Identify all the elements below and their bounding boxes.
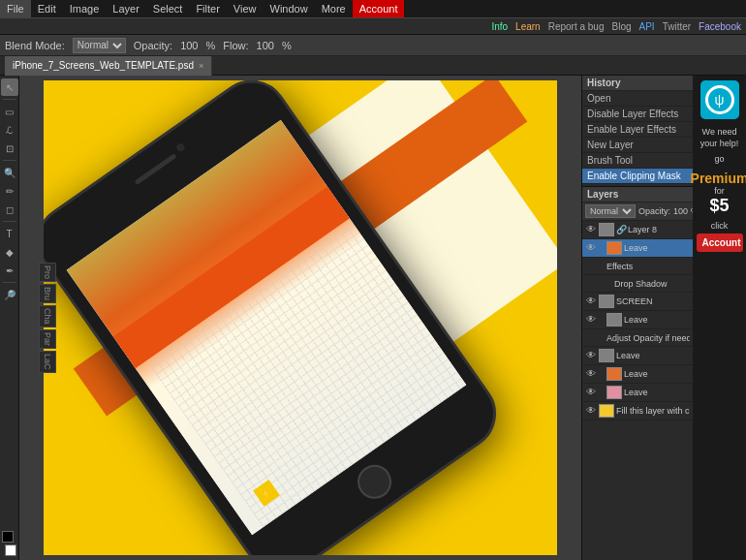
layers-panel-header: Layers [582, 187, 693, 202]
layer-name-leave1: Leave [624, 243, 690, 253]
tool-eyedropper[interactable]: 🔍 [1, 164, 18, 181]
tool-pen[interactable]: ✒ [1, 262, 18, 279]
menu-filter[interactable]: Filter [189, 0, 226, 17]
menu-edit[interactable]: Edit [31, 0, 63, 17]
menu-image[interactable]: Image [63, 0, 107, 17]
layer-thumb-screen [599, 295, 614, 308]
history-item-brush[interactable]: Brush Tool [582, 153, 693, 169]
menu-account[interactable]: Account [353, 0, 405, 17]
menu-select[interactable]: Select [146, 0, 190, 17]
layer-row-adjustopacity[interactable]: Adjust Opacity if needed [582, 329, 693, 347]
layer-visibility-layer8[interactable]: 👁 [585, 224, 597, 235]
tool-separator-2 [3, 160, 16, 161]
tool-crop[interactable]: ⊡ [1, 140, 18, 157]
layers-blend-mode[interactable]: Normal [585, 204, 636, 218]
layer-thumb-leave3 [599, 349, 614, 362]
link-twitter[interactable]: Twitter [663, 21, 691, 32]
layer-visibility-leave2[interactable]: 👁 [585, 314, 597, 326]
layer-row-dropshadow[interactable]: Drop Shadow [582, 275, 693, 293]
foreground-color[interactable] [2, 531, 14, 543]
layer-visibility-leave4[interactable]: 👁 [585, 368, 597, 380]
ad-go: go [714, 154, 724, 166]
layer-row-layer8[interactable]: 👁 🔗 Layer 8 [582, 221, 693, 239]
layers-panel: Layers Normal Opacity: 100 % 👁 🔗 Layer 8… [582, 187, 693, 560]
layer-visibility-leave3[interactable]: 👁 [585, 350, 597, 361]
lac-panel: LaC [39, 351, 56, 373]
cha-panel: Cha [39, 305, 56, 327]
layer-visibility-leave5[interactable]: 👁 [585, 387, 597, 398]
blend-mode-select[interactable]: Normal [73, 38, 126, 53]
phone-speaker [135, 153, 177, 185]
link-info[interactable]: Info [491, 21, 508, 32]
layer-name-leave4: Leave [624, 369, 690, 379]
layer-thumb-leave2 [606, 313, 622, 327]
layer-name-leave5: Leave [624, 388, 690, 397]
menu-view[interactable]: View [227, 0, 264, 17]
layer-name-filllayer: Fill this layer with colour [616, 406, 690, 416]
layer-row-effects1[interactable]: Effects [582, 258, 693, 275]
layer-thumb-leave5 [606, 386, 622, 399]
link-api[interactable]: API [639, 21, 655, 32]
phone-home-button [351, 458, 398, 506]
layer-visibility-adjustopacity [585, 332, 597, 344]
menu-more[interactable]: More [315, 0, 353, 17]
link-bug[interactable]: Report a bug [548, 21, 605, 32]
tool-marquee[interactable]: ▭ [1, 103, 18, 120]
layer-thumb-leave1 [606, 241, 622, 255]
layer-row-leave2[interactable]: 👁 Leave [582, 311, 693, 329]
tool-move[interactable]: ↖ [1, 78, 18, 96]
layer-visibility-screen[interactable]: 👁 [585, 296, 597, 307]
layer-visibility-dropshadow [585, 278, 597, 290]
menu-layer[interactable]: Layer [106, 0, 146, 17]
par-panel: Par [39, 329, 56, 349]
canvas-area: ⚡ Pro Bru Cha Par LaC [19, 76, 581, 560]
ad-account-button[interactable]: Account [697, 233, 743, 252]
tool-lasso[interactable]: ℒ [1, 121, 18, 139]
history-item-new-layer[interactable]: New Layer [582, 138, 693, 153]
ad-panel: ψ We need your help! go Premium for $5 c… [693, 76, 746, 560]
link-blog[interactable]: Blog [611, 21, 631, 32]
layer-name-leave3: Leave [616, 351, 690, 360]
ad-premium: Premium [691, 171, 746, 186]
menu-bar: File Edit Image Layer Select Filter View… [0, 0, 746, 17]
ad-for: for [714, 186, 725, 196]
history-item-clipping-mask[interactable]: Enable Clipping Mask [582, 169, 693, 184]
opacity-value: 100 [180, 40, 198, 51]
layers-options: Normal Opacity: 100 % [582, 202, 693, 221]
tool-zoom[interactable]: 🔎 [1, 286, 18, 303]
layer-thumb-leave4 [606, 367, 622, 381]
tool-shape[interactable]: ◆ [1, 243, 18, 261]
document-tab[interactable]: iPhone_7_Screens_Web_TEMPLATE.psd × [5, 56, 212, 76]
layer-name-dropshadow: Drop Shadow [614, 279, 690, 289]
pro-panel: Pro [39, 263, 56, 282]
layer-row-leave4[interactable]: 👁 Leave [582, 365, 693, 384]
tool-brush[interactable]: ✏ [1, 182, 18, 200]
tool-separator-4 [3, 282, 16, 283]
layer-name-effects1: Effects [606, 262, 690, 271]
layer-row-leave5[interactable]: 👁 Leave [582, 384, 693, 402]
layer-visibility-leave1[interactable]: 👁 [585, 242, 597, 254]
background-color[interactable] [5, 544, 16, 556]
layer-row-leave1[interactable]: 👁 Leave [582, 239, 693, 258]
menu-file[interactable]: File [0, 0, 31, 17]
link-learn[interactable]: Learn [515, 21, 541, 32]
ps-logo-symbol: ψ [715, 92, 725, 108]
tool-type[interactable]: T [1, 225, 18, 242]
layer-row-leave3[interactable]: 👁 Leave [582, 347, 693, 365]
right-panels: History Open Disable Layer Effects Enabl… [581, 76, 693, 560]
ad-price: $5 [709, 196, 729, 216]
history-item-enable-effects[interactable]: Enable Layer Effects [582, 122, 693, 138]
opacity-label: Opacity: [134, 40, 172, 51]
layer-visibility-filllayer[interactable]: 👁 [585, 405, 597, 417]
menu-window[interactable]: Window [264, 0, 315, 17]
layers-opacity-label: Opacity: [638, 206, 670, 216]
link-facebook[interactable]: Facebook [699, 21, 741, 32]
tool-eraser[interactable]: ◻ [1, 201, 18, 218]
tab-close-icon[interactable]: × [199, 61, 203, 71]
history-item-open[interactable]: Open [582, 91, 693, 107]
layers-opacity-value: 100 [673, 206, 688, 216]
history-item-disable-effects[interactable]: Disable Layer Effects [582, 107, 693, 122]
layer-row-filllayer[interactable]: 👁 Fill this layer with colour [582, 402, 693, 420]
layer-row-screen[interactable]: 👁 SCREEN [582, 293, 693, 311]
history-list: Open Disable Layer Effects Enable Layer … [582, 91, 693, 184]
